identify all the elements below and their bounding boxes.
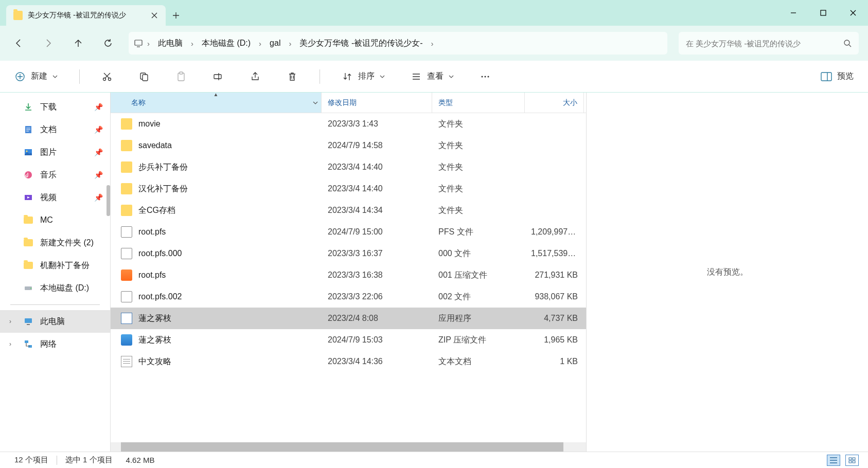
maximize-button[interactable]: [808, 0, 838, 26]
sidebar-item[interactable]: 机翻补丁备份: [0, 254, 110, 277]
scrollbar-thumb[interactable]: [107, 185, 110, 216]
file-name: 全CG存档: [138, 205, 175, 216]
window-tab[interactable]: 美少女万华镜 -被诅咒的传说少: [6, 5, 166, 26]
file-type: PFS 文件: [432, 227, 525, 238]
navigation-sidebar[interactable]: 下载📌文档📌图片📌音乐📌视频📌MC新建文件夹 (2)机翻补丁备份本地磁盘 (D:…: [0, 93, 111, 452]
folder-icon: [121, 118, 132, 130]
sidebar-item-network[interactable]: › 网络: [0, 333, 110, 355]
copy-button[interactable]: [134, 68, 154, 85]
chevron-right-icon[interactable]: ›: [257, 39, 263, 48]
trash-icon: [287, 71, 298, 82]
list-icon: [411, 71, 422, 82]
new-button[interactable]: 新建: [10, 68, 62, 85]
sidebar-item[interactable]: 视频📌: [0, 186, 110, 209]
sidebar-item-thispc[interactable]: › 此电脑: [0, 310, 110, 333]
details-view-button[interactable]: [827, 455, 840, 466]
sidebar-item[interactable]: 图片📌: [0, 141, 110, 164]
column-header-date[interactable]: 修改日期: [322, 93, 432, 113]
paste-button[interactable]: [171, 68, 191, 85]
breadcrumb-segment[interactable]: 美少女万华镜 -被诅咒的传说少女-: [294, 36, 428, 51]
sidebar-item[interactable]: 新建文件夹 (2): [0, 231, 110, 254]
column-header-type[interactable]: 类型: [432, 93, 525, 113]
chevron-down-icon: [52, 74, 58, 79]
preview-empty-text: 没有预览。: [707, 267, 748, 278]
sidebar-item-label: 音乐: [40, 170, 57, 181]
address-bar[interactable]: › 此电脑 › 本地磁盘 (D:) › gal › 美少女万华镜 -被诅咒的传说…: [129, 32, 667, 55]
preview-pane-button[interactable]: 预览: [817, 68, 858, 85]
folder-icon: [121, 140, 132, 151]
rename-button[interactable]: [208, 68, 228, 85]
breadcrumb-segment[interactable]: 本地磁盘 (D:): [197, 36, 256, 51]
svg-point-2: [844, 40, 849, 45]
svg-point-5: [109, 78, 111, 80]
column-header-name[interactable]: ▲ 名称: [111, 93, 322, 113]
file-list-area: ▲ 名称 修改日期 类型 大小 movie2023/3/3 1:43文件夹sav…: [111, 93, 586, 452]
file-row[interactable]: 汉化补丁备份2023/3/4 14:40文件夹: [111, 178, 586, 200]
delete-button[interactable]: [282, 68, 302, 85]
scrollbar-thumb[interactable]: [121, 442, 563, 452]
sidebar-item[interactable]: MC: [0, 209, 110, 231]
music-icon: [23, 169, 34, 181]
clipboard-icon: [175, 71, 187, 82]
sidebar-item[interactable]: 音乐📌: [0, 164, 110, 186]
chevron-down-icon: [449, 74, 454, 79]
file-row[interactable]: 中文攻略2023/3/4 14:36文本文档1 KB: [111, 351, 586, 372]
svg-point-17: [26, 151, 28, 152]
new-tab-button[interactable]: [166, 5, 186, 26]
search-input[interactable]: [686, 39, 843, 48]
sort-icon: [342, 71, 353, 82]
sidebar-item-label: MC: [40, 215, 53, 225]
refresh-button[interactable]: [99, 34, 117, 52]
sort-button[interactable]: 排序: [338, 68, 389, 85]
file-size: 1,965 KB: [525, 335, 584, 345]
breadcrumb-segment[interactable]: gal: [264, 37, 286, 50]
up-button[interactable]: [69, 34, 87, 52]
file-row[interactable]: 蓮之雾枝2023/2/4 8:08应用程序4,737 KB: [111, 308, 586, 329]
svg-rect-25: [849, 458, 852, 460]
icons-view-button[interactable]: [845, 455, 859, 466]
share-button[interactable]: [245, 68, 265, 85]
chevron-right-icon[interactable]: ›: [9, 318, 11, 325]
file-row[interactable]: movie2023/3/3 1:43文件夹: [111, 113, 586, 135]
search-box[interactable]: [679, 32, 859, 55]
file-row[interactable]: savedata2024/7/9 14:58文件夹: [111, 135, 586, 156]
file-type: 文件夹: [432, 205, 525, 216]
file-row[interactable]: root.pfs2024/7/9 15:00PFS 文件1,209,997 KB: [111, 221, 586, 243]
back-button[interactable]: [9, 34, 28, 52]
horizontal-scrollbar[interactable]: [111, 442, 586, 452]
chevron-down-icon: [380, 74, 385, 79]
forward-button[interactable]: [39, 34, 58, 52]
minimize-button[interactable]: [778, 0, 808, 26]
chevron-right-icon[interactable]: ›: [9, 340, 11, 348]
column-header-size[interactable]: 大小: [525, 93, 584, 113]
view-button[interactable]: 查看: [406, 68, 458, 85]
file-row[interactable]: 步兵补丁备份2023/3/4 14:40文件夹: [111, 156, 586, 178]
txt-icon: [121, 356, 132, 367]
file-row[interactable]: 全CG存档2023/3/4 14:34文件夹: [111, 200, 586, 221]
chevron-right-icon[interactable]: ›: [429, 39, 436, 48]
chevron-right-icon[interactable]: ›: [189, 39, 196, 48]
file-row[interactable]: root.pfs.0002023/3/3 16:37000 文件1,517,53…: [111, 243, 586, 264]
file-list[interactable]: movie2023/3/3 1:43文件夹savedata2024/7/9 14…: [111, 113, 586, 442]
monitor-icon: [23, 316, 34, 327]
rename-icon: [212, 71, 224, 82]
svg-rect-14: [821, 73, 831, 81]
file-date: 2023/3/3 22:06: [322, 292, 432, 301]
sidebar-item[interactable]: 本地磁盘 (D:): [0, 277, 110, 299]
chevron-down-icon[interactable]: [313, 100, 318, 105]
more-button[interactable]: [475, 68, 495, 85]
file-type: 文本文档: [432, 356, 525, 367]
file-date: 2024/7/9 15:03: [322, 335, 432, 345]
sidebar-item[interactable]: 文档📌: [0, 118, 110, 141]
close-tab-button[interactable]: [150, 11, 158, 20]
chevron-right-icon[interactable]: ›: [145, 39, 152, 48]
cut-button[interactable]: [97, 68, 117, 85]
sidebar-item[interactable]: 下载📌: [0, 96, 110, 118]
breadcrumb-segment[interactable]: 此电脑: [153, 36, 188, 51]
close-window-button[interactable]: [838, 0, 868, 26]
file-row[interactable]: 蓮之雾枝2024/7/9 15:03ZIP 压缩文件1,965 KB: [111, 329, 586, 351]
search-icon[interactable]: [843, 39, 852, 47]
file-row[interactable]: root.pfs2023/3/3 16:38001 压缩文件271,931 KB: [111, 264, 586, 286]
file-row[interactable]: root.pfs.0022023/3/3 22:06002 文件938,067 …: [111, 286, 586, 308]
chevron-right-icon[interactable]: ›: [287, 39, 293, 48]
